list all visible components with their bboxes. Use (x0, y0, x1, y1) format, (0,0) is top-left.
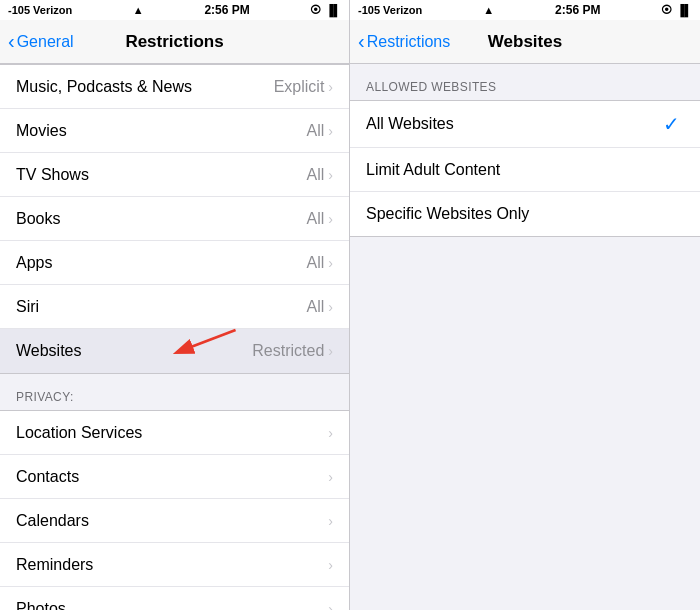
item-label-specific-websites: Specific Websites Only (366, 205, 529, 223)
list-item-tvshows[interactable]: TV Shows All › (0, 153, 349, 197)
item-right-calendars: › (328, 513, 333, 529)
item-label-music: Music, Podcasts & News (16, 78, 192, 96)
chevron-apps: › (328, 255, 333, 271)
list-item-siri[interactable]: Siri All › (0, 285, 349, 329)
left-panel: -105 Verizon ▲ 2:56 PM ⦿ ▐▌ ‹ General Re… (0, 0, 350, 610)
checkmark-all-websites: ✓ (663, 112, 680, 136)
list-item-websites[interactable]: Websites Restricted › (0, 329, 349, 373)
item-right-apps: All › (307, 254, 333, 272)
item-label-websites: Websites (16, 342, 82, 360)
list-item-limit-adult[interactable]: Limit Adult Content (350, 148, 700, 192)
back-label-left: General (17, 33, 74, 51)
item-value-siri: All (307, 298, 325, 316)
item-value-tvshows: All (307, 166, 325, 184)
list-item-location[interactable]: Location Services › (0, 411, 349, 455)
nav-title-left: Restrictions (125, 32, 223, 52)
list-item-reminders[interactable]: Reminders › (0, 543, 349, 587)
chevron-books: › (328, 211, 333, 227)
status-bar-right: -105 Verizon ▲ 2:56 PM ⦿ ▐▌ (350, 0, 700, 20)
list-item-movies[interactable]: Movies All › (0, 109, 349, 153)
status-icons-right: ⦿ ▐▌ (661, 4, 692, 16)
chevron-reminders: › (328, 557, 333, 573)
settings-list-left: Music, Podcasts & News Explicit › Movies… (0, 64, 349, 610)
list-item-music[interactable]: Music, Podcasts & News Explicit › (0, 65, 349, 109)
item-right-contacts: › (328, 469, 333, 485)
back-chevron-left: ‹ (8, 31, 15, 51)
chevron-location: › (328, 425, 333, 441)
status-icons-left: ⦿ ▐▌ (310, 4, 341, 16)
item-value-websites: Restricted (252, 342, 324, 360)
time-left: 2:56 PM (204, 3, 249, 17)
battery-icon-right: ▐▌ (676, 4, 692, 16)
time-right: 2:56 PM (555, 3, 600, 17)
battery-icon-left: ▐▌ (325, 4, 341, 16)
chevron-tvshows: › (328, 167, 333, 183)
item-value-apps: All (307, 254, 325, 272)
chevron-siri: › (328, 299, 333, 315)
nav-bar-right: ‹ Restrictions Websites (350, 20, 700, 64)
item-right-reminders: › (328, 557, 333, 573)
list-item-apps[interactable]: Apps All › (0, 241, 349, 285)
item-label-all-websites: All Websites (366, 115, 454, 133)
item-right-location: › (328, 425, 333, 441)
chevron-calendars: › (328, 513, 333, 529)
back-button-left[interactable]: ‹ General (8, 32, 74, 51)
item-right-tvshows: All › (307, 166, 333, 184)
allowed-section-header: ALLOWED WEBSITES (350, 64, 700, 100)
content-group: Music, Podcasts & News Explicit › Movies… (0, 64, 349, 374)
item-right-photos: › (328, 601, 333, 610)
item-label-books: Books (16, 210, 60, 228)
item-label-location: Location Services (16, 424, 142, 442)
status-bar-left: -105 Verizon ▲ 2:56 PM ⦿ ▐▌ (0, 0, 349, 20)
carrier-left: -105 Verizon (8, 4, 72, 16)
nav-title-right: Websites (488, 32, 562, 52)
bluetooth-icon-left: ⦿ (310, 4, 321, 16)
item-value-books: All (307, 210, 325, 228)
bluetooth-icon-right: ⦿ (661, 4, 672, 16)
right-panel: -105 Verizon ▲ 2:56 PM ⦿ ▐▌ ‹ Restrictio… (350, 0, 700, 610)
item-right-siri: All › (307, 298, 333, 316)
back-button-right[interactable]: ‹ Restrictions (358, 32, 450, 51)
item-label-movies: Movies (16, 122, 67, 140)
item-value-music: Explicit (274, 78, 325, 96)
list-item-books[interactable]: Books All › (0, 197, 349, 241)
privacy-group: Location Services › Contacts › Calendars… (0, 410, 349, 610)
item-right-music: Explicit › (274, 78, 333, 96)
item-label-apps: Apps (16, 254, 52, 272)
item-right-movies: All › (307, 122, 333, 140)
wifi-icon-right: ▲ (483, 4, 494, 16)
list-item-contacts[interactable]: Contacts › (0, 455, 349, 499)
list-item-all-websites[interactable]: All Websites ✓ (350, 101, 700, 148)
item-label-tvshows: TV Shows (16, 166, 89, 184)
item-label-contacts: Contacts (16, 468, 79, 486)
back-chevron-right: ‹ (358, 31, 365, 51)
chevron-movies: › (328, 123, 333, 139)
back-label-right: Restrictions (367, 33, 451, 51)
websites-settings-list: ALLOWED WEBSITES All Websites ✓ Limit Ad… (350, 64, 700, 610)
chevron-websites: › (328, 343, 333, 359)
chevron-photos: › (328, 601, 333, 610)
wifi-icon-left: ▲ (133, 4, 144, 16)
list-item-calendars[interactable]: Calendars › (0, 499, 349, 543)
item-label-limit-adult: Limit Adult Content (366, 161, 500, 179)
item-label-siri: Siri (16, 298, 39, 316)
item-label-reminders: Reminders (16, 556, 93, 574)
item-right-books: All › (307, 210, 333, 228)
item-label-photos: Photos (16, 600, 66, 610)
chevron-contacts: › (328, 469, 333, 485)
allowed-group: All Websites ✓ Limit Adult Content Speci… (350, 100, 700, 237)
privacy-section-header: PRIVACY: (0, 374, 349, 410)
carrier-right: -105 Verizon (358, 4, 422, 16)
item-right-websites: Restricted › (252, 342, 333, 360)
list-item-specific-websites[interactable]: Specific Websites Only (350, 192, 700, 236)
chevron-music: › (328, 79, 333, 95)
svg-line-1 (178, 330, 236, 352)
list-item-photos[interactable]: Photos › (0, 587, 349, 610)
item-label-calendars: Calendars (16, 512, 89, 530)
nav-bar-left: ‹ General Restrictions (0, 20, 349, 64)
item-value-movies: All (307, 122, 325, 140)
